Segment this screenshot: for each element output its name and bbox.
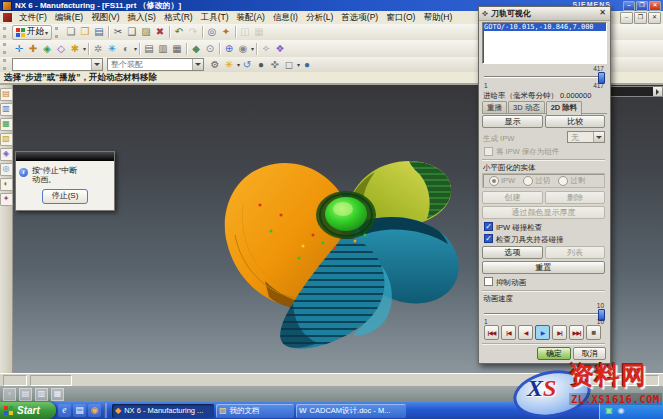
rect-select-icon[interactable]: ◻ [282,58,296,71]
radio-excess[interactable] [558,176,568,186]
suppress-animation-checkbox[interactable] [484,277,493,286]
child-minimize-button[interactable]: – [620,12,633,24]
play-button[interactable]: ▶ [535,325,550,340]
taskbar-task-nx[interactable]: ◆ NX 6 - Manufacturing ... [112,404,214,418]
menu-view[interactable]: 视图(V) [87,12,123,24]
media-player-icon[interactable]: ◉ [88,404,101,417]
step-back-button[interactable]: |◀ [501,325,516,340]
selection-reset-icon[interactable]: ↺ [240,58,254,71]
taskbar-task-documents[interactable]: ▨ 我的文档 [216,404,294,418]
selection-filter-combo[interactable] [12,58,103,71]
open-file-icon[interactable]: ❐ [78,26,92,39]
operation-navigator-icon[interactable]: ▧ [0,133,13,146]
copy-icon[interactable]: ❑ [125,26,139,39]
options-button[interactable]: 选项 [482,246,543,259]
browser-icon[interactable]: ◐ [0,178,13,191]
shop-documentation-icon[interactable]: ▦ [170,42,184,55]
save-ipw-checkbox[interactable] [484,147,493,156]
menu-file[interactable]: 文件(F) [15,12,51,24]
band-icon[interactable]: ▤ [19,388,32,401]
toolbar-grip[interactable] [3,59,9,70]
taskbar-task-word[interactable]: W CADCAM设计.doc - M... [296,404,406,418]
redo-icon[interactable]: ↷ [186,26,200,39]
list-toolpath-icon[interactable]: ▤ [142,42,156,55]
menu-insert[interactable]: 插入(S) [124,12,160,24]
misc-a-icon[interactable]: ✧ [259,42,273,55]
speed-slider[interactable] [484,310,605,318]
hd3d-tools-icon[interactable]: ◎ [0,163,13,176]
create-geometry-icon[interactable]: ◈ [40,42,54,55]
tab-replay[interactable]: 重播 [482,101,507,113]
delete-button[interactable]: 删除 [545,191,605,204]
toolbar-grip[interactable] [55,27,61,38]
generate-ipw-combo[interactable]: 无 [567,131,605,143]
show-desktop-icon[interactable]: ▤ [73,404,86,417]
highlight-sphere-icon[interactable]: ● [254,58,268,71]
band-icon[interactable]: ▫ [3,388,16,401]
shaded-ball-icon[interactable]: ● [300,58,314,71]
save-icon[interactable]: ▤ [92,26,106,39]
command-finder-icon[interactable]: ◎ [205,26,219,39]
rewind-to-start-button[interactable]: |◀◀ [484,325,499,340]
list-button[interactable]: 列表 [545,246,605,259]
compare-button[interactable]: 比较 [545,115,605,128]
child-restore-button[interactable]: ❐ [634,12,647,24]
minimize-button[interactable]: – [623,1,635,11]
create-program-icon[interactable]: ✛ [12,42,26,55]
history-icon[interactable]: ✦ [0,193,13,206]
tab-2d-material-removal[interactable]: 2D 除料 [546,101,583,115]
play-reverse-button[interactable]: ◀ [518,325,533,340]
ipw-collision-checkbox[interactable] [484,222,493,231]
reuse-library-icon[interactable]: ◈ [0,148,13,161]
menu-tools[interactable]: 工具(T) [197,12,233,24]
forward-to-end-button[interactable]: ▶▶| [569,325,584,340]
ie-quicklaunch-icon[interactable]: e [58,404,71,417]
motion-listbox[interactable]: GOTO/-10.015,-10.846,7.000 [482,22,607,64]
band-icon[interactable]: ▥ [35,388,48,401]
menu-format[interactable]: 格式(R) [160,12,197,24]
simulate-machine-icon[interactable]: ◐ [119,42,133,55]
create-operation-icon[interactable]: ✱ [68,42,82,55]
menu-analysis[interactable]: 分析(L) [302,12,337,24]
band-icon[interactable]: ▦ [51,388,64,401]
create-method-icon[interactable]: ◇ [54,42,68,55]
scrollbar-thumb[interactable] [605,87,653,96]
new-file-icon[interactable]: ❏ [64,26,78,39]
progress-slider[interactable] [484,73,605,81]
misc-b-icon[interactable]: ❖ [273,42,287,55]
assembly-navigator-icon[interactable]: ▤ [0,88,13,101]
touch-mode-icon[interactable]: ✦ [219,26,233,39]
create-tool-icon[interactable]: ✚ [26,42,40,55]
snap-settings-icon[interactable]: ⚙ [208,58,222,71]
stop-button[interactable]: ■ [586,325,601,340]
holder-collision-checkbox[interactable] [484,234,493,243]
create-button[interactable]: 创建 [482,191,543,204]
radio-gouge[interactable] [523,176,533,186]
toolbar-grip[interactable] [3,27,9,38]
delete-icon[interactable]: ✖ [153,26,167,39]
analysis-icon[interactable]: ⊙ [203,42,217,55]
thickness-by-color-button[interactable]: 通过颜色显示厚度 [482,206,605,219]
snap-point-icon[interactable]: ✳ [222,58,236,71]
start-application-button[interactable]: 开始▾ [12,25,52,40]
show-button[interactable]: 显示 [482,115,543,128]
menu-information[interactable]: 信息(I) [269,12,302,24]
start-button[interactable]: Start [0,402,56,419]
menu-assemblies[interactable]: 装配(A) [233,12,269,24]
stop-animation-button[interactable]: 停止(S) [42,189,88,204]
reset-button[interactable]: 重置 [482,261,605,274]
menu-window[interactable]: 窗口(O) [382,12,419,24]
undo-icon[interactable]: ↶ [172,26,186,39]
restore-button[interactable]: ❐ [636,1,648,11]
dialog-titlebar[interactable]: ✜ 刀轨可视化 ✕ [479,7,610,21]
generate-toolpath-icon[interactable]: ✲ [91,42,105,55]
cut-icon[interactable]: ✂ [111,26,125,39]
postprocess-icon[interactable]: ▥ [156,42,170,55]
verify-toolpath-icon[interactable]: ✳ [105,42,119,55]
toolbar-grip[interactable] [3,43,9,54]
child-close-button[interactable]: ✕ [648,12,661,24]
constraint-navigator-icon[interactable]: ▥ [0,103,13,116]
tab-3d-dynamic[interactable]: 3D 动态 [508,101,545,113]
close-button[interactable]: ✕ [649,1,661,11]
snapshot-icon[interactable]: ◉ [236,42,250,55]
